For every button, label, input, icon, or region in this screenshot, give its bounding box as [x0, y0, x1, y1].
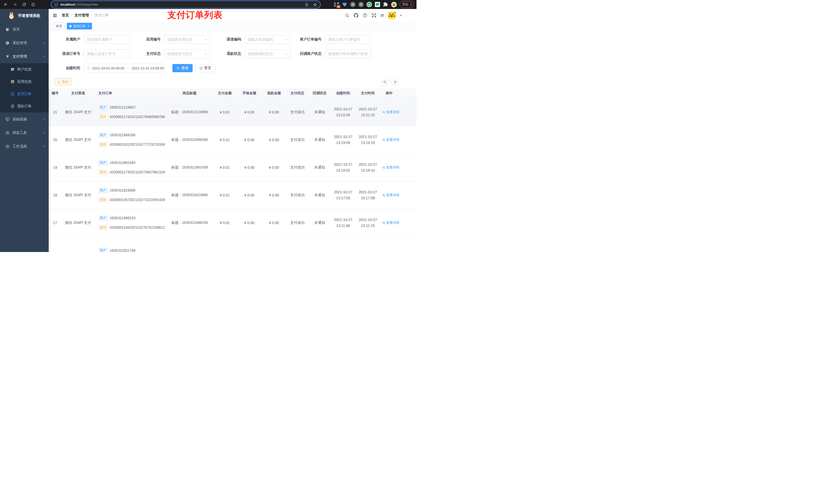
url-bar[interactable]: localhost:1024/pay/order — [51, 1, 320, 8]
sidebar-subitem-label: 商户信息 — [17, 67, 31, 72]
browser-menu-icon[interactable] — [411, 3, 411, 6]
pay-order-no: 4200001167202110271022491439 — [110, 198, 165, 202]
table-header: 编号 支付渠道 支付订单 商品标题 支付金额 手续金额 退款金额 支付状态 回调… — [49, 88, 416, 98]
sidebar-item-system[interactable]: 系统管理 — [0, 36, 49, 50]
cell-channel: 微信 JSAPI 支付 — [62, 98, 95, 126]
cell-actions: 查看详情 — [380, 237, 416, 252]
app-logo[interactable]: 芋道管理系统 — [0, 9, 49, 23]
view-detail-link[interactable]: 查看详情 — [382, 165, 399, 170]
view-detail-link[interactable]: 查看详情 — [382, 110, 399, 115]
table-row: 19 微信 JSAPI 支付 商户 1635311881440 支付 42000… — [49, 153, 416, 181]
cell-channel: 微信 JSAPI 支付 — [62, 181, 95, 209]
cell-actions: 查看详情 — [380, 181, 416, 209]
callback-status-select[interactable] — [325, 49, 371, 58]
view-detail-link[interactable]: 查看详情 — [382, 193, 399, 197]
dashboard-icon — [5, 27, 10, 31]
sidebar-item-workflow[interactable]: 工作流程 — [0, 140, 49, 153]
refund-status-select[interactable] — [245, 49, 291, 58]
reset-button[interactable]: 重置 — [195, 64, 215, 72]
cell-paid-time: 2021-10-2713:18:10 — [356, 154, 380, 181]
merchant-order-no-input[interactable] — [325, 35, 371, 44]
sidebar-item-pay-order[interactable]: ¥ 支付订单 — [0, 88, 49, 100]
sidebar-collapse-icon[interactable] — [52, 13, 57, 18]
date-range-input[interactable]: 2021-10-01 00:00:00 - 2021-10-31 23:59:5… — [84, 64, 165, 72]
help-icon[interactable] — [363, 13, 367, 18]
github-icon[interactable] — [354, 13, 358, 18]
tab-pay-order[interactable]: 支付订单 × — [67, 23, 92, 29]
cell-id: 18 — [49, 181, 62, 209]
channel-order-no-input[interactable] — [84, 49, 130, 58]
pay-status-select[interactable] — [164, 49, 210, 58]
extensions-puzzle-icon[interactable] — [383, 2, 388, 7]
cell-amount: ¥ 0.01 — [213, 126, 237, 153]
site-info-icon[interactable] — [54, 3, 58, 6]
merchant-order-no: 1635311468233 — [110, 216, 135, 220]
sketch-icon[interactable] — [342, 2, 347, 7]
created-date: 2021-10-27 — [334, 190, 353, 194]
sidebar-item-dev-tools[interactable]: 研发工具 — [0, 126, 49, 140]
chat-extension-icon[interactable] — [375, 2, 380, 7]
view-detail-label: 查看详情 — [386, 220, 399, 225]
sidebar-item-app-info[interactable]: 应用信息 — [0, 75, 49, 88]
paid-date: 2021-10-27 — [359, 190, 377, 194]
dot-extension-icon[interactable] — [358, 2, 364, 7]
avatar-caret-icon[interactable]: ▾ — [400, 14, 402, 17]
col-header: 支付订单 — [95, 88, 166, 98]
sidebar-item-label: 系统管理 — [13, 41, 42, 45]
close-icon[interactable]: × — [88, 25, 89, 28]
sidebar-item-infrastructure[interactable]: 基础设施 — [0, 113, 49, 126]
hide-search-icon[interactable] — [381, 78, 388, 86]
browser-nav-buttons — [4, 2, 35, 7]
date-end: 2021-10-31 23:59:59 — [132, 66, 164, 70]
view-detail-link[interactable]: 查看详情 — [382, 220, 399, 225]
extension-badge-icon[interactable]: 10 — [334, 2, 339, 7]
profile-avatar-icon[interactable] — [391, 2, 397, 7]
pay-tag: 支付 — [98, 225, 108, 230]
cell-amount: ¥ 0.01 — [213, 154, 237, 181]
briefcase-icon — [5, 144, 10, 148]
home-icon[interactable] — [31, 2, 35, 7]
breadcrumb-pay-manage[interactable]: 支付管理 — [74, 13, 89, 18]
sidebar-item-payment[interactable]: ￥ 支付管理 — [0, 50, 49, 63]
search-icon[interactable] — [345, 13, 349, 18]
forward-icon[interactable] — [13, 2, 17, 7]
cell-amount: ¥ 0.01 — [213, 209, 237, 236]
cell-paid-time: 2021-10-2713:11:15 — [356, 209, 380, 236]
chevron-up-icon — [42, 55, 45, 58]
url-text: localhost:1024/pay/order — [61, 3, 98, 6]
tab-home[interactable]: 首页 — [53, 23, 65, 29]
view-detail-link[interactable]: 查看详情 — [382, 138, 399, 142]
export-button[interactable]: 导出 — [54, 78, 71, 86]
bookmark-star-icon[interactable] — [313, 3, 317, 7]
share-icon[interactable] — [305, 3, 309, 6]
sidebar-item-refund-order[interactable]: 退款订单 — [0, 100, 49, 113]
font-size-icon[interactable]: tT — [381, 13, 384, 18]
reload-icon[interactable] — [22, 3, 26, 7]
cell-channel: 微信 JSAPI 支付 — [62, 209, 95, 236]
cell-amount — [213, 237, 237, 252]
table-row: 21 微信 JSAPI 支付 商户 1635312124657 支付 42000… — [49, 98, 416, 126]
fullscreen-icon[interactable] — [372, 13, 376, 18]
cell-created-time: 2021-10-2713:22:05 — [331, 98, 356, 126]
refresh-icon[interactable] — [391, 78, 399, 86]
created-time: 13:19:09 — [336, 141, 350, 145]
cell-fee — [237, 237, 262, 252]
app-id-select[interactable] — [164, 35, 210, 44]
sidebar-item-merchant-info[interactable]: 商户信息 — [0, 63, 49, 75]
back-icon[interactable] — [4, 2, 8, 7]
pay-order-no: 4200001181202110277723215336 — [110, 142, 165, 146]
col-header: 支付时间 — [356, 88, 380, 98]
yuque-icon[interactable]: y — [366, 2, 372, 7]
merchant-input[interactable] — [84, 35, 130, 44]
filter-app-id: 应用编号 — [133, 35, 210, 44]
breadcrumb-home[interactable]: 首页 — [62, 13, 69, 18]
merchant-order-no: 1635311823086 — [110, 188, 135, 192]
command-extension-icon[interactable]: ⌘ — [350, 2, 356, 7]
search-button[interactable]: 搜索 — [172, 64, 193, 72]
sidebar: 芋道管理系统 首页 系统管理 ￥ 支付管理 商户信息 应用信息 — [0, 9, 49, 252]
browser-update-button[interactable]: 更新 — [400, 1, 414, 8]
user-avatar[interactable] — [388, 11, 396, 19]
channel-code-select[interactable] — [245, 35, 291, 44]
cell-id: 21 — [49, 98, 62, 126]
sidebar-item-home[interactable]: 首页 — [0, 23, 49, 36]
